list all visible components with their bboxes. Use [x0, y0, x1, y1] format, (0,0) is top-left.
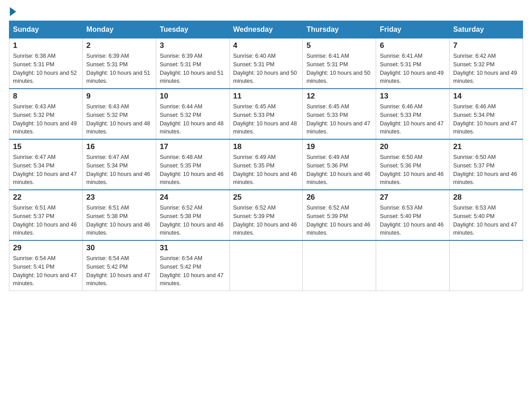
day-info: Sunrise: 6:52 AMSunset: 5:38 PMDaylight:… [160, 204, 226, 237]
calendar-cell: 25Sunrise: 6:52 AMSunset: 5:39 PMDayligh… [229, 190, 303, 240]
calendar-cell: 20Sunrise: 6:50 AMSunset: 5:36 PMDayligh… [376, 139, 450, 190]
calendar-cell: 26Sunrise: 6:52 AMSunset: 5:39 PMDayligh… [303, 190, 376, 240]
col-header-friday: Friday [376, 21, 450, 39]
day-number: 2 [86, 41, 152, 50]
day-number: 31 [160, 244, 226, 253]
day-info: Sunrise: 6:54 AMSunset: 5:42 PMDaylight:… [86, 254, 152, 288]
calendar-week-3: 15Sunrise: 6:47 AMSunset: 5:34 PMDayligh… [9, 139, 523, 190]
calendar-cell: 17Sunrise: 6:48 AMSunset: 5:35 PMDayligh… [156, 139, 229, 190]
day-info: Sunrise: 6:51 AMSunset: 5:38 PMDaylight:… [86, 204, 152, 237]
day-number: 12 [306, 92, 372, 101]
calendar-cell: 21Sunrise: 6:50 AMSunset: 5:37 PMDayligh… [450, 139, 523, 190]
day-info: Sunrise: 6:54 AMSunset: 5:42 PMDaylight:… [160, 254, 226, 288]
day-number: 19 [306, 142, 372, 151]
calendar-cell: 27Sunrise: 6:53 AMSunset: 5:40 PMDayligh… [376, 190, 450, 240]
calendar-cell: 16Sunrise: 6:47 AMSunset: 5:34 PMDayligh… [82, 139, 156, 190]
col-header-wednesday: Wednesday [229, 21, 303, 39]
calendar-cell: 12Sunrise: 6:45 AMSunset: 5:33 PMDayligh… [303, 89, 376, 139]
day-info: Sunrise: 6:40 AMSunset: 5:31 PMDaylight:… [233, 52, 299, 86]
day-info: Sunrise: 6:39 AMSunset: 5:31 PMDaylight:… [86, 52, 152, 86]
calendar-header-row: SundayMondayTuesdayWednesdayThursdayFrid… [9, 21, 523, 39]
day-number: 18 [233, 142, 299, 151]
day-info: Sunrise: 6:49 AMSunset: 5:36 PMDaylight:… [306, 153, 372, 187]
day-info: Sunrise: 6:41 AMSunset: 5:31 PMDaylight:… [380, 52, 446, 86]
day-info: Sunrise: 6:44 AMSunset: 5:32 PMDaylight:… [160, 103, 226, 136]
day-number: 9 [86, 92, 152, 101]
day-info: Sunrise: 6:47 AMSunset: 5:34 PMDaylight:… [13, 153, 79, 187]
col-header-saturday: Saturday [450, 21, 523, 39]
day-number: 29 [13, 244, 79, 253]
day-number: 10 [160, 92, 226, 101]
day-number: 1 [13, 41, 79, 50]
calendar-cell: 11Sunrise: 6:45 AMSunset: 5:33 PMDayligh… [229, 89, 303, 139]
day-number: 21 [453, 142, 519, 151]
calendar-cell [450, 240, 523, 291]
calendar-week-4: 22Sunrise: 6:51 AMSunset: 5:37 PMDayligh… [9, 190, 523, 240]
day-info: Sunrise: 6:43 AMSunset: 5:32 PMDaylight:… [13, 103, 79, 136]
day-info: Sunrise: 6:43 AMSunset: 5:32 PMDaylight:… [86, 103, 152, 136]
day-number: 15 [13, 142, 79, 151]
day-info: Sunrise: 6:52 AMSunset: 5:39 PMDaylight:… [233, 204, 299, 237]
day-info: Sunrise: 6:38 AMSunset: 5:31 PMDaylight:… [13, 52, 79, 86]
calendar-week-2: 8Sunrise: 6:43 AMSunset: 5:32 PMDaylight… [9, 89, 523, 139]
calendar-cell [376, 240, 450, 291]
calendar-cell: 15Sunrise: 6:47 AMSunset: 5:34 PMDayligh… [9, 139, 83, 190]
calendar-cell: 14Sunrise: 6:46 AMSunset: 5:34 PMDayligh… [450, 89, 523, 139]
day-info: Sunrise: 6:53 AMSunset: 5:40 PMDaylight:… [380, 204, 446, 237]
day-number: 4 [233, 41, 299, 50]
day-number: 17 [160, 142, 226, 151]
day-number: 26 [306, 193, 372, 202]
calendar-cell [229, 240, 303, 291]
calendar-cell: 5Sunrise: 6:41 AMSunset: 5:31 PMDaylight… [303, 39, 376, 89]
day-number: 25 [233, 193, 299, 202]
calendar-cell: 1Sunrise: 6:38 AMSunset: 5:31 PMDaylight… [9, 39, 83, 89]
calendar-cell: 9Sunrise: 6:43 AMSunset: 5:32 PMDaylight… [82, 89, 156, 139]
day-info: Sunrise: 6:46 AMSunset: 5:34 PMDaylight:… [453, 103, 519, 136]
calendar-cell: 31Sunrise: 6:54 AMSunset: 5:42 PMDayligh… [156, 240, 229, 291]
day-number: 30 [86, 244, 152, 253]
day-number: 16 [86, 142, 152, 151]
day-info: Sunrise: 6:49 AMSunset: 5:35 PMDaylight:… [233, 153, 299, 187]
day-number: 11 [233, 92, 299, 101]
calendar-cell: 10Sunrise: 6:44 AMSunset: 5:32 PMDayligh… [156, 89, 229, 139]
day-number: 24 [160, 193, 226, 202]
day-number: 13 [380, 92, 446, 101]
col-header-monday: Monday [82, 21, 156, 39]
day-info: Sunrise: 6:48 AMSunset: 5:35 PMDaylight:… [160, 153, 226, 187]
day-info: Sunrise: 6:51 AMSunset: 5:37 PMDaylight:… [13, 204, 79, 237]
day-number: 3 [160, 41, 226, 50]
day-info: Sunrise: 6:42 AMSunset: 5:32 PMDaylight:… [453, 52, 519, 86]
calendar-week-5: 29Sunrise: 6:54 AMSunset: 5:41 PMDayligh… [9, 240, 523, 291]
day-info: Sunrise: 6:47 AMSunset: 5:34 PMDaylight:… [86, 153, 152, 187]
calendar-cell: 6Sunrise: 6:41 AMSunset: 5:31 PMDaylight… [376, 39, 450, 89]
calendar-week-1: 1Sunrise: 6:38 AMSunset: 5:31 PMDaylight… [9, 39, 523, 89]
day-info: Sunrise: 6:50 AMSunset: 5:36 PMDaylight:… [380, 153, 446, 187]
day-info: Sunrise: 6:53 AMSunset: 5:40 PMDaylight:… [453, 204, 519, 237]
day-info: Sunrise: 6:54 AMSunset: 5:41 PMDaylight:… [13, 254, 79, 288]
day-number: 7 [453, 41, 519, 50]
day-number: 14 [453, 92, 519, 101]
day-info: Sunrise: 6:41 AMSunset: 5:31 PMDaylight:… [306, 52, 372, 86]
calendar-cell: 18Sunrise: 6:49 AMSunset: 5:35 PMDayligh… [229, 139, 303, 190]
calendar-cell: 23Sunrise: 6:51 AMSunset: 5:38 PMDayligh… [82, 190, 156, 240]
day-info: Sunrise: 6:52 AMSunset: 5:39 PMDaylight:… [306, 204, 372, 237]
calendar-cell: 8Sunrise: 6:43 AMSunset: 5:32 PMDaylight… [9, 89, 83, 139]
day-number: 8 [13, 92, 79, 101]
calendar-cell: 24Sunrise: 6:52 AMSunset: 5:38 PMDayligh… [156, 190, 229, 240]
col-header-sunday: Sunday [9, 21, 83, 39]
day-info: Sunrise: 6:45 AMSunset: 5:33 PMDaylight:… [306, 103, 372, 136]
calendar-cell: 13Sunrise: 6:46 AMSunset: 5:33 PMDayligh… [376, 89, 450, 139]
col-header-thursday: Thursday [303, 21, 376, 39]
calendar-cell: 3Sunrise: 6:39 AMSunset: 5:31 PMDaylight… [156, 39, 229, 89]
day-info: Sunrise: 6:46 AMSunset: 5:33 PMDaylight:… [380, 103, 446, 136]
day-info: Sunrise: 6:39 AMSunset: 5:31 PMDaylight:… [160, 52, 226, 86]
logo-arrow-icon [10, 7, 16, 16]
day-number: 22 [13, 193, 79, 202]
calendar-cell: 4Sunrise: 6:40 AMSunset: 5:31 PMDaylight… [229, 39, 303, 89]
calendar-table: SundayMondayTuesdayWednesdayThursdayFrid… [9, 21, 523, 291]
day-info: Sunrise: 6:45 AMSunset: 5:33 PMDaylight:… [233, 103, 299, 136]
day-number: 6 [380, 41, 446, 50]
calendar-cell: 19Sunrise: 6:49 AMSunset: 5:36 PMDayligh… [303, 139, 376, 190]
day-number: 27 [380, 193, 446, 202]
logo [9, 9, 16, 16]
